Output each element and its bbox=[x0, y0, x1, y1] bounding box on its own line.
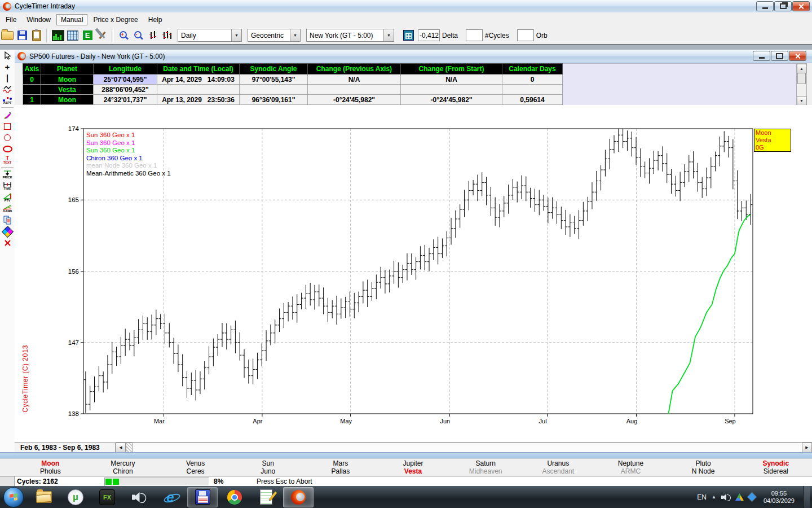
orb-input[interactable] bbox=[517, 29, 534, 41]
pointer-tool[interactable] bbox=[0, 50, 15, 61]
table-cell[interactable]: 24°32'01,737" bbox=[94, 95, 157, 105]
minimize-button[interactable] bbox=[756, 1, 774, 11]
taskbar-item-chrome[interactable] bbox=[220, 488, 249, 507]
table-scrollbar[interactable] bbox=[796, 63, 807, 106]
crosshair-tool[interactable]: + bbox=[0, 61, 15, 72]
table-cell[interactable]: 0 bbox=[502, 75, 563, 85]
paste-button[interactable] bbox=[30, 29, 43, 42]
period-combo[interactable]: Daily bbox=[178, 29, 242, 42]
scroll-right-icon[interactable] bbox=[802, 443, 812, 453]
pencil-tool[interactable] bbox=[0, 110, 15, 121]
table-cell[interactable] bbox=[240, 85, 308, 95]
coordinate-system-combo[interactable]: Geocentric bbox=[248, 29, 301, 42]
vertical-line-tool[interactable]: | bbox=[0, 72, 15, 84]
tools-button[interactable] bbox=[95, 29, 109, 42]
table-cell[interactable]: N/A bbox=[308, 75, 401, 85]
price-chart[interactable]: 174165156147138MarAprMayJunJulAugSepSun … bbox=[15, 105, 812, 442]
table-cell[interactable]: N/A bbox=[401, 75, 502, 85]
taskbar-item-notes[interactable] bbox=[251, 488, 281, 507]
annotation-box[interactable]: Moon Vesta 0G bbox=[754, 129, 791, 152]
compress-bars-button[interactable] bbox=[146, 29, 160, 42]
delta-input[interactable]: -0,4127 bbox=[418, 29, 440, 41]
circle-tool[interactable] bbox=[0, 132, 15, 143]
restore-button[interactable] bbox=[774, 1, 792, 11]
status-planet-column[interactable]: MoonPholus bbox=[14, 459, 87, 476]
child-maximize-button[interactable] bbox=[771, 51, 788, 61]
num-cycles-input[interactable] bbox=[466, 29, 483, 41]
menu-help[interactable]: Help bbox=[144, 14, 167, 25]
dropbox-icon[interactable] bbox=[748, 493, 757, 502]
table-cell[interactable]: 97°00'55,143" bbox=[240, 75, 308, 85]
table-cell[interactable] bbox=[502, 85, 563, 95]
table-cell[interactable]: Apr 13, 2029 23:50:36 bbox=[157, 95, 240, 105]
table-cell[interactable]: Moon bbox=[41, 75, 94, 85]
zoom-out-button[interactable]: - bbox=[131, 29, 145, 42]
ptv-tool[interactable]: PTV bbox=[0, 192, 15, 203]
status-planet-column[interactable]: UranusAscendant bbox=[522, 459, 594, 476]
table-cell[interactable]: 0 bbox=[23, 75, 41, 85]
open-button[interactable] bbox=[1, 29, 14, 42]
calculator-button[interactable] bbox=[401, 29, 415, 42]
expand-bars-button[interactable] bbox=[161, 29, 174, 42]
table-cell[interactable]: 96°36'09,161" bbox=[240, 95, 308, 105]
range-scrollbar-track[interactable] bbox=[133, 443, 802, 453]
chart-button[interactable] bbox=[51, 29, 65, 42]
copy-tool[interactable] bbox=[0, 214, 15, 226]
table-cell[interactable] bbox=[308, 85, 401, 95]
table-cell[interactable]: 1 bbox=[23, 95, 41, 105]
save-button[interactable] bbox=[15, 29, 29, 42]
table-cell[interactable] bbox=[157, 85, 240, 95]
scrollbar-thumb[interactable] bbox=[797, 73, 806, 84]
taskbar-item-fx[interactable]: FX bbox=[92, 488, 122, 507]
language-indicator[interactable]: EN bbox=[697, 493, 707, 501]
close-button[interactable] bbox=[792, 1, 810, 11]
table-cell[interactable]: Apr 14, 2029 14:09:03 bbox=[157, 75, 240, 85]
scroll-down-icon[interactable] bbox=[797, 96, 806, 106]
table-cell[interactable]: -0°24'45,982" bbox=[401, 95, 502, 105]
gann-tool[interactable]: GANN bbox=[0, 203, 15, 214]
table-cell[interactable] bbox=[23, 85, 41, 95]
status-planet-column[interactable]: SunJuno bbox=[232, 459, 304, 476]
menu-manual[interactable]: Manual bbox=[56, 14, 87, 25]
menu-file[interactable]: File bbox=[1, 14, 21, 25]
timezone-combo[interactable]: New York (GT - 5:00) bbox=[306, 29, 394, 42]
child-close-button[interactable] bbox=[789, 51, 806, 61]
taskbar-item-volume[interactable] bbox=[124, 488, 153, 507]
status-planet-column[interactable]: SaturnMidheaven bbox=[449, 459, 522, 476]
google-drive-icon[interactable] bbox=[735, 493, 744, 501]
taskbar-item-internet-explorer[interactable]: e bbox=[156, 488, 185, 507]
status-planet-column[interactable]: MarsPallas bbox=[304, 459, 377, 476]
delete-tool[interactable] bbox=[0, 237, 15, 248]
taskbar-clock[interactable]: 09:55 04/03/2029 bbox=[764, 490, 795, 505]
grid-button[interactable] bbox=[66, 29, 80, 42]
aspect-tool[interactable]: ASPT bbox=[0, 95, 15, 106]
tray-expand-icon[interactable]: ▲ bbox=[712, 494, 716, 500]
chevron-down-icon[interactable] bbox=[383, 29, 394, 41]
status-planet-column[interactable]: PlutoN Node bbox=[667, 459, 740, 476]
range-scrollbar-thumb[interactable] bbox=[126, 443, 133, 453]
table-cell[interactable] bbox=[401, 85, 502, 95]
taskbar-item-utorrent[interactable]: µ bbox=[61, 488, 90, 507]
child-minimize-button[interactable] bbox=[753, 51, 770, 61]
time-tool[interactable]: TIME bbox=[0, 181, 15, 192]
start-button[interactable] bbox=[3, 487, 24, 507]
ephemeris-button[interactable]: E bbox=[81, 29, 94, 42]
menu-window[interactable]: Window bbox=[22, 14, 55, 25]
table-cell[interactable]: Moon bbox=[41, 95, 94, 105]
table-cell[interactable]: 25°07'04,595" bbox=[94, 75, 157, 85]
table-cell[interactable]: -0°24'45,982" bbox=[308, 95, 401, 105]
ellipse-tool[interactable] bbox=[0, 143, 15, 155]
status-planet-column[interactable]: NeptuneARMC bbox=[594, 459, 667, 476]
chevron-down-icon[interactable] bbox=[290, 29, 300, 41]
price-tool[interactable]: PRICE bbox=[0, 169, 15, 181]
chevron-down-icon[interactable] bbox=[231, 29, 241, 41]
zoom-in-button[interactable]: + bbox=[117, 29, 130, 42]
rectangle-tool[interactable] bbox=[0, 121, 15, 132]
tray-volume-icon[interactable] bbox=[721, 493, 730, 501]
status-planet-column[interactable]: VenusCeres bbox=[159, 459, 232, 476]
scroll-left-icon[interactable] bbox=[116, 443, 126, 453]
menu-price-x-degree[interactable]: Price x Degree bbox=[89, 14, 142, 25]
status-planet-column[interactable]: JupiterVesta bbox=[377, 459, 449, 476]
status-planet-column[interactable]: MercuryChiron bbox=[87, 459, 160, 476]
status-planet-column[interactable]: SynodicSidereal bbox=[739, 459, 812, 476]
